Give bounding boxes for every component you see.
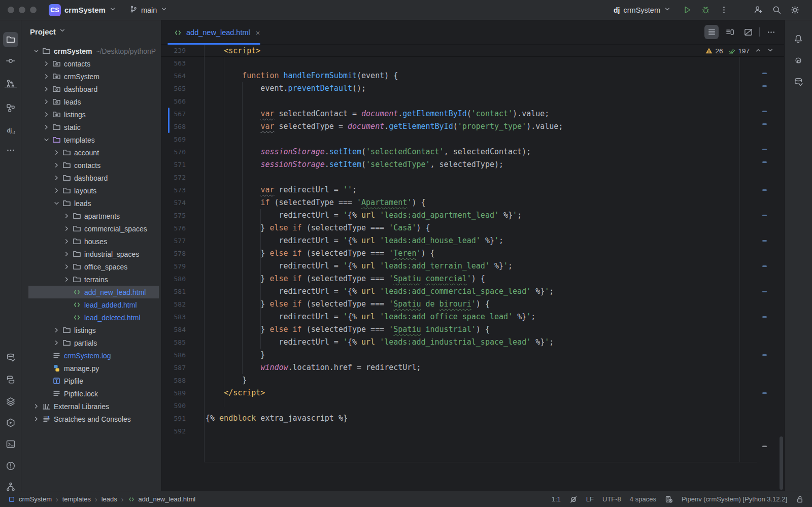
close-tab-icon[interactable]: × xyxy=(256,28,260,37)
code-line[interactable]: redirectUrl = '{% url 'leads:add_office_… xyxy=(204,311,764,323)
tree-item-houses[interactable]: houses xyxy=(28,235,159,248)
tree-item-pipfile[interactable]: Pipfile xyxy=(28,375,159,387)
chevron-right-icon[interactable] xyxy=(31,402,41,411)
tree-item-lead-deleted-html[interactable]: lead_deleted.html xyxy=(28,311,159,324)
line-number[interactable]: 592 xyxy=(161,425,204,437)
scrollbar-change-mark[interactable] xyxy=(762,240,767,242)
code-line[interactable] xyxy=(204,425,764,437)
tree-item-listings[interactable]: listings xyxy=(28,108,159,121)
python-packages-tool-button[interactable] xyxy=(3,372,18,387)
project-folder-tool-button[interactable] xyxy=(3,32,18,47)
code-line[interactable]: redirectUrl = '{% url 'leads:add_apartme… xyxy=(204,209,764,222)
chevron-right-icon[interactable] xyxy=(52,174,61,182)
chevron-down-icon[interactable] xyxy=(31,47,41,55)
scrollbar-change-mark[interactable] xyxy=(762,189,767,191)
line-number[interactable]: 575 xyxy=(161,209,204,222)
code-line[interactable]: redirectUrl = '{% url 'leads:add_house_l… xyxy=(204,234,764,247)
chevron-right-icon[interactable] xyxy=(42,85,51,93)
tree-item-office-spaces[interactable]: office_spaces xyxy=(28,260,159,273)
scrollbar-change-mark[interactable] xyxy=(762,73,767,74)
tree-item-partials[interactable]: partials xyxy=(28,336,159,349)
code-line[interactable]: event.preventDefault(); xyxy=(204,82,764,95)
zoom-window-button[interactable] xyxy=(30,7,37,13)
line-number[interactable]: 591 xyxy=(161,412,204,425)
debug-button[interactable] xyxy=(698,3,713,17)
list-view-button[interactable] xyxy=(704,25,719,39)
project-panel-header[interactable]: Project xyxy=(21,20,161,43)
line-number[interactable]: 588 xyxy=(161,374,204,387)
run-configuration-selector[interactable]: dj crmSystem xyxy=(614,6,671,15)
tree-item-leads[interactable]: leads xyxy=(28,95,159,108)
chevron-right-icon[interactable] xyxy=(52,326,61,334)
project-widget[interactable]: CS crmSystem xyxy=(45,2,120,18)
code-line[interactable] xyxy=(204,171,764,184)
code-line[interactable]: } xyxy=(204,374,764,387)
minimize-window-button[interactable] xyxy=(19,7,25,13)
browser-preview-button[interactable] xyxy=(741,25,755,39)
line-number[interactable]: 564 xyxy=(161,70,204,82)
code-line[interactable]: } else if (selectedType === 'Spatiu indu… xyxy=(204,323,764,336)
line-number[interactable]: 585 xyxy=(161,336,204,349)
inspections-widget[interactable]: 26 197 xyxy=(705,45,774,57)
chevron-right-icon[interactable] xyxy=(62,212,72,220)
scrollbar-change-mark[interactable] xyxy=(762,354,767,356)
line-number[interactable]: 589 xyxy=(161,387,204,399)
code-line[interactable]: } else if (selectedType === 'Spatiu de b… xyxy=(204,298,764,311)
breadcrumb-item-templates[interactable]: templates xyxy=(62,495,91,503)
line-number[interactable]: 579 xyxy=(161,260,204,273)
code-line[interactable]: if (selectedType === 'Apartament') { xyxy=(204,196,764,209)
line-number[interactable]: 573 xyxy=(161,184,204,196)
database-tool-button[interactable] xyxy=(791,75,806,90)
ai-assistant-tool-button[interactable] xyxy=(791,53,806,68)
chevron-down-icon[interactable] xyxy=(52,199,61,208)
code-line[interactable]: function handleFormSubmit(event) { xyxy=(204,70,764,82)
code-line[interactable]: } else if (selectedType === 'Spatiu come… xyxy=(204,273,764,285)
problems-tool-button[interactable] xyxy=(3,458,18,474)
breadcrumb-item-crmsystem[interactable]: crmSystem xyxy=(8,495,52,503)
search-everywhere-button[interactable] xyxy=(769,3,784,17)
more-button[interactable] xyxy=(764,25,778,39)
tree-item-crmsystem[interactable]: crmSystem xyxy=(28,70,159,83)
tree-item-add-new-lead-html[interactable]: add_new_lead.html xyxy=(28,286,159,298)
code-line[interactable]: {% endblock extra_javascript %} xyxy=(204,412,764,425)
scrollbar-change-mark[interactable] xyxy=(762,392,767,394)
code-line[interactable]: } xyxy=(204,349,764,361)
chevron-right-icon[interactable] xyxy=(62,250,72,258)
line-separator-widget[interactable]: LF xyxy=(586,495,594,503)
code-line[interactable]: redirectUrl = '{% url 'leads:add_commerc… xyxy=(204,285,764,298)
caret-position-widget[interactable]: 1:1 xyxy=(552,495,561,503)
tree-item-scratches-and-consoles[interactable]: Scratches and Consoles xyxy=(28,413,159,425)
tree-item-layouts[interactable]: layouts xyxy=(28,184,159,197)
code-line[interactable] xyxy=(204,133,764,146)
next-problem-button[interactable] xyxy=(767,47,774,55)
breadcrumb-item-leads[interactable]: leads xyxy=(101,495,117,503)
code-line[interactable]: } else if (selectedType === 'Casă') { xyxy=(204,222,764,234)
scrollbar-change-mark[interactable] xyxy=(762,161,767,163)
scrollbar-change-mark[interactable] xyxy=(762,316,767,318)
more-tool-button[interactable] xyxy=(3,143,18,158)
tree-item-apartments[interactable]: apartments xyxy=(28,210,159,222)
tree-item-commercial-spaces[interactable]: commercial_spaces xyxy=(28,222,159,235)
chevron-right-icon[interactable] xyxy=(42,123,51,131)
line-number[interactable]: 571 xyxy=(161,158,204,171)
chevron-right-icon[interactable] xyxy=(42,60,51,68)
tree-item-crmsystem[interactable]: crmSystem~/Desktop/pythonP xyxy=(28,45,159,57)
chevron-right-icon[interactable] xyxy=(52,339,61,347)
django-structure-tool-button[interactable]: dj xyxy=(3,123,18,138)
tree-item-lead-added-html[interactable]: lead_added.html xyxy=(28,298,159,311)
tree-item-contacts[interactable]: contacts xyxy=(28,159,159,172)
tree-item-terrains[interactable]: terrains xyxy=(28,273,159,286)
line-number[interactable]: 586 xyxy=(161,349,204,361)
tab-add-new-lead[interactable]: add_new_lead.html × xyxy=(167,20,265,45)
tree-item-manage-py[interactable]: manage.py xyxy=(28,362,159,375)
code-with-me-button[interactable] xyxy=(751,3,765,17)
chevron-right-icon[interactable] xyxy=(62,238,72,246)
line-number[interactable]: 581 xyxy=(161,285,204,298)
branch-widget[interactable]: main xyxy=(125,3,172,17)
line-number[interactable]: 584 xyxy=(161,323,204,336)
code-line[interactable]: var selectedContact = document.getElemen… xyxy=(204,108,764,120)
commit-tool-button[interactable] xyxy=(3,53,18,69)
line-number[interactable]: 572 xyxy=(161,171,204,184)
scrollbar-change-mark[interactable] xyxy=(762,215,767,216)
more-actions-button[interactable] xyxy=(717,3,731,17)
